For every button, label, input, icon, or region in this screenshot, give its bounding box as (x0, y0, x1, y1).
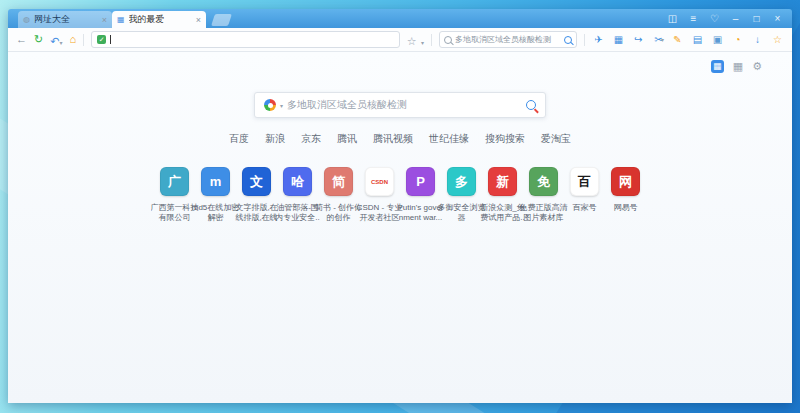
pen-extension-icon[interactable]: ✎ (671, 35, 684, 45)
refresh-icon[interactable]: ↻ (34, 34, 43, 45)
quick-link-tencent-video[interactable]: 腾讯视频 (373, 132, 413, 146)
share-extension-icon[interactable]: ↪ (632, 35, 645, 45)
plane-extension-icon[interactable]: ✈ (592, 35, 605, 45)
security-shield-icon[interactable]: ✓ (97, 35, 106, 44)
site-favicon: m (201, 167, 230, 196)
divider (431, 34, 432, 46)
site-favicon: P (406, 167, 435, 196)
site-tile[interactable]: 广 广西第一科技有限公司 (154, 167, 195, 223)
new-tab-button[interactable] (211, 14, 232, 26)
screenshot-tool-button[interactable]: ✂▾ (652, 35, 664, 45)
site-tile[interactable]: m md5在线加密解密 (195, 167, 236, 223)
toolbar-search-input[interactable]: 多地取消区域全员核酸检测 (455, 34, 561, 45)
minimize-button[interactable]: – (725, 9, 746, 28)
favorites-heart-icon[interactable]: ♡ (704, 9, 725, 28)
quick-link-sina[interactable]: 新浪 (265, 132, 285, 146)
quick-link-jiayuan[interactable]: 世纪佳缘 (429, 132, 469, 146)
tab-close-icon[interactable]: × (102, 15, 107, 25)
site-tiles-grid: 广 广西第一科技有限公司 m md5在线加密解密 文 文字排版,在线排版,在线排… (154, 167, 646, 223)
site-tile[interactable]: P Putin's government war... (400, 167, 441, 223)
view-toggle-bar: ▦ ▦ ⚙ (711, 60, 762, 73)
search-icon (444, 36, 452, 44)
tab-favicon-globe-icon: ◍ (23, 15, 30, 24)
site-favicon: 免 (529, 167, 558, 196)
boss-panel-icon[interactable]: ◫ (662, 9, 683, 28)
chevron-down-icon: ▾ (661, 36, 664, 43)
site-tile[interactable]: 百 百家号 (564, 167, 605, 223)
tab-favicon-grid-icon: ▦ (117, 15, 125, 24)
titlebar: ◍ 网址大全 × ▦ 我的最爱 × ◫ ≡ ♡ – □ × (8, 9, 792, 28)
tab-url-collection[interactable]: ◍ 网址大全 × (18, 11, 112, 28)
site-tile[interactable]: 新 新浪众测_免费试用产品.. (482, 167, 523, 223)
download-icon[interactable]: ↓ (751, 35, 764, 45)
search-engine-logo-icon[interactable] (264, 99, 276, 111)
site-tile[interactable]: 免 免费正版高清图片素材库 ... (523, 167, 564, 223)
maximize-button[interactable]: □ (746, 9, 767, 28)
clock-extension-icon[interactable]: ◔ (731, 35, 744, 45)
chevron-down-icon: ▾ (421, 40, 424, 46)
window-controls: ◫ ≡ ♡ – □ × (662, 9, 788, 28)
site-favicon: 简 (324, 167, 353, 196)
divider (584, 34, 585, 46)
undo-dropdown[interactable]: ↶▾ (50, 31, 62, 49)
browser-window: ◍ 网址大全 × ▦ 我的最爱 × ◫ ≡ ♡ – □ × ← ↻ ↶▾ (8, 9, 792, 403)
site-tile[interactable]: 简 简书 - 创作你的创作 (318, 167, 359, 223)
divider (83, 34, 84, 46)
grid-view-icon[interactable]: ▦ (733, 60, 743, 73)
folder-extension-icon[interactable]: ▣ (711, 35, 724, 45)
tab-close-icon[interactable]: × (196, 15, 201, 25)
site-tile[interactable]: 网 网易号 (605, 167, 646, 223)
main-search-input[interactable]: 多地取消区域全员核酸检测 (287, 98, 522, 112)
site-label: 网易号 (602, 203, 650, 223)
quick-links-row: 百度 新浪 京东 腾讯 腾讯视频 世纪佳缘 搜狗搜索 爱淘宝 (229, 132, 571, 146)
address-bar[interactable]: ✓ (91, 31, 400, 48)
chevron-down-icon: ▾ (59, 40, 62, 46)
center-column: ▾ 多地取消区域全员核酸检测 百度 新浪 京东 腾讯 腾讯视频 世纪佳缘 搜狗搜… (8, 92, 792, 223)
quick-link-baidu[interactable]: 百度 (229, 132, 249, 146)
back-icon[interactable]: ← (16, 34, 27, 45)
site-tile[interactable]: 文 文字排版,在线排版,在线排... (236, 167, 277, 223)
tab-my-favorites[interactable]: ▦ 我的最爱 × (112, 11, 206, 28)
site-favicon-baijiahao: 百 (570, 167, 599, 196)
skin-star-icon[interactable]: ☆ (771, 35, 784, 45)
site-favicon: 哈 (283, 167, 312, 196)
text-caret (110, 35, 111, 44)
site-favicon: 网 (611, 167, 640, 196)
grid-view-active-icon[interactable]: ▦ (711, 60, 724, 73)
site-favicon-csdn: CSDN (365, 167, 394, 196)
toolbar-search-field[interactable]: 多地取消区域全员核酸检测 (439, 31, 577, 48)
quick-link-tencent[interactable]: 腾讯 (337, 132, 357, 146)
quick-link-sogou[interactable]: 搜狗搜索 (485, 132, 525, 146)
site-tile[interactable]: 多 多御安全浏览器 (441, 167, 482, 223)
toolbar: ← ↻ ↶▾ ⌂ ✓ ☆ ▾ 多地取消区域全员核酸检测 ✈ ▦ ↪ ✂▾ ✎ (8, 28, 792, 52)
newtab-page: ▦ ▦ ⚙ ▾ 多地取消区域全员核酸检测 百度 新浪 京东 腾讯 腾讯视频 世 (8, 52, 792, 403)
gear-icon[interactable]: ⚙ (752, 60, 762, 73)
site-favicon: 文 (242, 167, 271, 196)
home-icon[interactable]: ⌂ (69, 34, 76, 45)
tab-title: 网址大全 (34, 13, 98, 26)
library-extension-icon[interactable]: ▤ (691, 35, 704, 45)
desktop-background: ◍ 网址大全 × ▦ 我的最爱 × ◫ ≡ ♡ – □ × ← ↻ ↶▾ (0, 0, 800, 413)
quick-link-jd[interactable]: 京东 (301, 132, 321, 146)
quick-link-aitaobao[interactable]: 爱淘宝 (541, 132, 571, 146)
main-search-box[interactable]: ▾ 多地取消区域全员核酸检测 (254, 92, 546, 118)
tab-title: 我的最爱 (129, 13, 192, 26)
search-icon[interactable] (526, 100, 536, 110)
site-tile[interactable]: 哈 油管部落-国内专业安全.. (277, 167, 318, 223)
gallery-extension-icon[interactable]: ▦ (612, 35, 625, 45)
search-go-icon[interactable] (564, 36, 572, 44)
site-tile[interactable]: CSDN CSDN - 专业开发者社区 (359, 167, 400, 223)
star-icon: ☆ (407, 35, 417, 47)
site-favicon: 广 (160, 167, 189, 196)
bookmark-star-button[interactable]: ☆ ▾ (407, 31, 424, 49)
site-favicon: 多 (447, 167, 476, 196)
site-favicon: 新 (488, 167, 517, 196)
close-button[interactable]: × (767, 9, 788, 28)
menu-icon[interactable]: ≡ (683, 9, 704, 28)
chevron-down-icon[interactable]: ▾ (280, 102, 283, 109)
